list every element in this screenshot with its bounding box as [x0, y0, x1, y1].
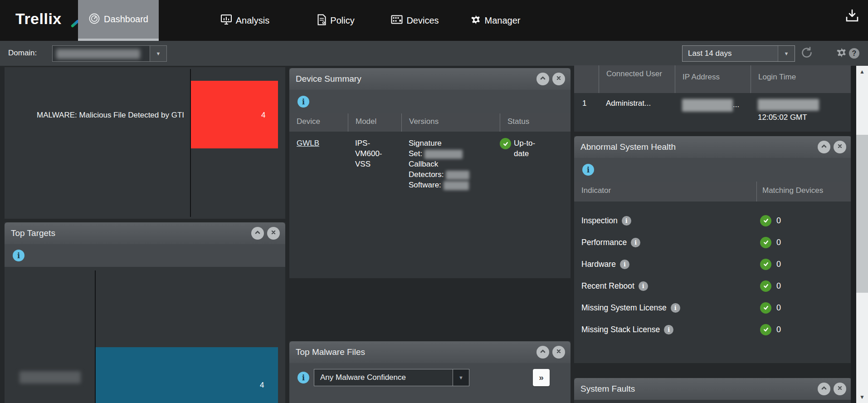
- scroll-down-icon[interactable]: ▼: [856, 394, 868, 400]
- close-button[interactable]: [834, 383, 846, 395]
- indicator-label: Performance: [581, 238, 627, 247]
- domain-value-redacted: [56, 49, 140, 59]
- info-icon[interactable]: i: [622, 216, 631, 226]
- collapse-button[interactable]: [251, 227, 264, 240]
- check-circle-icon: [760, 259, 771, 270]
- chevron-up-icon: [254, 229, 261, 237]
- column-header-model[interactable]: Model: [348, 113, 401, 132]
- close-button[interactable]: [267, 227, 280, 240]
- tab-devices[interactable]: Devices: [388, 0, 442, 41]
- callback-detectors-redacted: [446, 171, 469, 180]
- collapse-button[interactable]: [536, 346, 549, 359]
- panel-title: Abnormal System Health: [580, 142, 676, 152]
- login-date-redacted: [758, 99, 819, 111]
- matching-devices-count: 0: [776, 325, 781, 334]
- panel-title: Top Malware Files: [296, 347, 365, 357]
- tab-analysis[interactable]: Analysis: [213, 0, 277, 41]
- info-icon[interactable]: i: [631, 238, 640, 247]
- chevron-up-icon: [821, 143, 827, 151]
- device-versions: Signature Set: Callback Detectors: Softw…: [401, 138, 500, 190]
- ip-address-redacted: [682, 99, 733, 112]
- column-header-indicator[interactable]: Indicator: [574, 182, 756, 202]
- help-button[interactable]: ?: [849, 48, 859, 59]
- logo-text: Trellix: [15, 10, 62, 27]
- time-range-select[interactable]: Last 14 days ▼: [682, 45, 795, 62]
- column-header-connected-user[interactable]: Connected User: [599, 65, 675, 93]
- info-icon[interactable]: i: [582, 164, 594, 176]
- malware-confidence-select[interactable]: Any Malware Confidence ▼: [314, 369, 469, 386]
- column-header-matching-devices[interactable]: Matching Devices: [756, 182, 852, 202]
- device-status: Up-to-date: [500, 138, 571, 190]
- chevron-down-icon: ▼: [784, 51, 789, 56]
- info-icon[interactable]: i: [620, 260, 629, 269]
- close-icon: [556, 75, 562, 83]
- ip-address-cell: ...: [675, 99, 751, 132]
- close-button[interactable]: [834, 141, 846, 153]
- info-icon[interactable]: i: [13, 250, 24, 261]
- devices-server-icon: [391, 15, 403, 26]
- settings-button[interactable]: [835, 47, 848, 60]
- close-button[interactable]: [552, 73, 565, 85]
- close-icon: [556, 348, 562, 356]
- info-icon[interactable]: i: [639, 281, 648, 291]
- tab-policy[interactable]: Policy: [312, 0, 360, 41]
- top-malware-header: Top Malware Files: [289, 341, 571, 363]
- help-icon: ?: [849, 48, 859, 59]
- info-icon[interactable]: i: [671, 303, 680, 313]
- domain-select-arrow[interactable]: ▼: [150, 46, 166, 61]
- collapse-button[interactable]: [536, 73, 549, 85]
- versions-line: Software:: [409, 181, 441, 189]
- close-icon: [270, 229, 277, 237]
- column-header-status[interactable]: Status: [500, 113, 571, 132]
- trellix-logo[interactable]: Trellix: [15, 10, 62, 28]
- teal-bar[interactable]: [96, 347, 278, 403]
- bar-value: 4: [260, 381, 264, 390]
- collapse-button[interactable]: [818, 383, 830, 395]
- analysis-monitor-icon: [220, 14, 232, 27]
- abnormal-system-health-panel: Abnormal System Health i Indicator Match…: [574, 136, 852, 363]
- column-header-versions[interactable]: Versions: [401, 113, 500, 132]
- dashboard-gauge-icon: [88, 13, 100, 26]
- tab-manager-label: Manager: [485, 15, 521, 26]
- column-header-login-time[interactable]: Login Time: [751, 65, 852, 93]
- double-chevron-right-icon: »: [539, 373, 544, 383]
- panel-title: System Faults: [580, 384, 635, 394]
- column-header-rownum[interactable]: [574, 65, 599, 93]
- apply-filter-button[interactable]: »: [533, 369, 550, 386]
- health-row-performance: Performance i 0: [574, 231, 852, 253]
- bar-category-label: MALWARE: Malicious File Detected by GTI: [9, 111, 184, 120]
- health-row-hardware: Hardware i 0: [574, 253, 852, 275]
- tab-dashboard[interactable]: Dashboard: [78, 0, 159, 39]
- top-targets-info-row: i: [5, 244, 285, 267]
- close-button[interactable]: [552, 346, 565, 359]
- versions-line: Signature: [409, 139, 442, 147]
- scroll-up-icon[interactable]: ▲: [856, 69, 868, 75]
- tab-manager[interactable]: Manager: [467, 0, 524, 41]
- indicator-label: Inspection: [581, 216, 618, 226]
- check-circle-icon: [500, 138, 511, 149]
- settings-gear-icon: [836, 47, 847, 60]
- scrollbar-thumb[interactable]: [856, 135, 868, 293]
- info-icon[interactable]: i: [664, 325, 673, 334]
- indicator-label: Recent Reboot: [581, 281, 634, 291]
- download-button[interactable]: [844, 9, 861, 25]
- top-nav: Trellix Dashboard Analysis: [0, 0, 868, 41]
- column-header-device[interactable]: Device: [289, 113, 348, 132]
- refresh-button[interactable]: [800, 47, 814, 60]
- abnormal-health-info-row: i: [574, 158, 852, 182]
- matching-devices-count: 0: [776, 281, 781, 291]
- domain-select[interactable]: ▼: [52, 45, 167, 62]
- column-header-ip-address[interactable]: IP Address: [675, 65, 751, 93]
- malware-confidence-arrow[interactable]: ▼: [453, 369, 469, 386]
- health-row-missing-system-license: Missing System License i 0: [574, 297, 852, 319]
- time-range-arrow[interactable]: ▼: [778, 46, 795, 61]
- signature-set-redacted: [424, 150, 463, 159]
- collapse-button[interactable]: [818, 141, 830, 153]
- connected-user-row[interactable]: 1 Administrat... ... 12:05:02 GMT: [574, 93, 852, 132]
- row-number: 1: [574, 99, 599, 132]
- device-link[interactable]: GWLB: [297, 139, 319, 147]
- info-icon[interactable]: i: [297, 372, 309, 383]
- info-icon[interactable]: i: [297, 96, 309, 108]
- vertical-scrollbar[interactable]: ▲ ▼: [856, 66, 868, 403]
- time-range-value: Last 14 days: [688, 49, 731, 58]
